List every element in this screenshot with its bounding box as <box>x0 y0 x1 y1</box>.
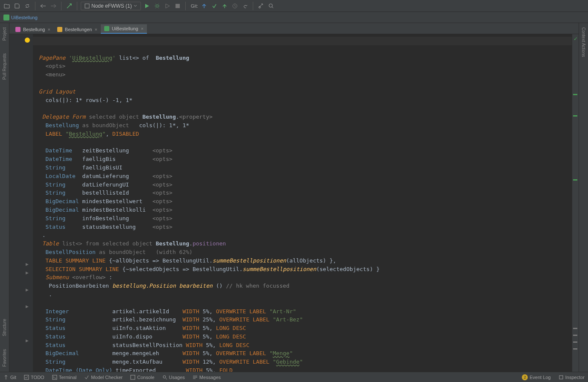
sb-event-log[interactable]: 2Event Log <box>522 374 551 380</box>
tab-icon <box>104 26 109 31</box>
project-tool[interactable]: Project <box>2 27 7 41</box>
editor-tabs: Bestellung × Bestellungen × UiBestellung… <box>9 23 579 34</box>
caret-line-highlight <box>33 37 572 45</box>
tab-icon <box>57 27 62 32</box>
search-icon[interactable] <box>267 2 275 10</box>
build-icon[interactable] <box>65 2 73 10</box>
editor-scrollbar[interactable]: ✓ <box>572 34 579 372</box>
svg-point-9 <box>163 376 166 378</box>
inspection-ok-icon[interactable]: ✓ <box>573 36 578 42</box>
run-icon[interactable] <box>143 2 151 10</box>
minimap-marker[interactable] <box>573 328 577 329</box>
svg-rect-2 <box>176 4 180 8</box>
change-marker[interactable] <box>573 115 577 117</box>
minimap-marker[interactable] <box>573 335 577 336</box>
forward-icon[interactable] <box>49 2 58 10</box>
main-toolbar: Node eFWWS (1) Git: <box>0 0 588 12</box>
tab-label: Bestellungen <box>65 27 92 32</box>
back-icon[interactable] <box>39 2 47 10</box>
close-icon[interactable]: × <box>141 26 143 31</box>
tab-icon <box>15 27 20 32</box>
sb-git[interactable]: Git <box>3 375 16 380</box>
refresh-icon[interactable] <box>23 2 32 10</box>
git-label: Git: <box>191 3 198 9</box>
svg-rect-6 <box>24 375 29 379</box>
code-editor[interactable]: PagePane 'UiBestellung' list<> of Bestel… <box>33 34 572 372</box>
sb-messages[interactable]: Messages <box>193 375 221 380</box>
git-rollback-icon[interactable] <box>241 2 249 10</box>
tab-uibestellung[interactable]: UiBestellung × <box>101 24 147 34</box>
debug-icon[interactable] <box>153 2 161 10</box>
git-history-icon[interactable] <box>231 2 239 10</box>
intention-bulb-icon[interactable] <box>25 38 30 43</box>
structure-tool[interactable]: Structure <box>2 319 7 336</box>
svg-rect-7 <box>53 375 57 379</box>
badge-count: 2 <box>522 374 528 380</box>
editor-area[interactable]: ▶ ▶ ▶ ▶ ▶ PagePane 'UiBestellung' list<>… <box>9 34 579 372</box>
file-type-icon <box>3 15 9 20</box>
svg-rect-8 <box>131 375 135 379</box>
git-pull-icon[interactable] <box>200 2 208 10</box>
git-commit-icon[interactable] <box>210 2 219 10</box>
tab-label: UiBestellung <box>112 26 138 31</box>
close-icon[interactable]: × <box>94 27 97 32</box>
sb-usages[interactable]: Usages <box>162 375 185 380</box>
svg-rect-0 <box>85 4 89 8</box>
save-icon[interactable] <box>13 2 21 10</box>
sb-todo[interactable]: TODO <box>24 375 44 380</box>
context-actions-tool[interactable]: Context Actions <box>581 27 586 57</box>
minimap-marker[interactable] <box>573 341 577 343</box>
sb-terminal[interactable]: Terminal <box>52 375 77 380</box>
change-marker[interactable] <box>573 179 577 181</box>
sb-inspector[interactable]: Inspector <box>559 374 585 380</box>
coverage-icon[interactable] <box>163 2 172 10</box>
minimap-marker[interactable] <box>573 348 577 350</box>
editor-gutter[interactable]: ▶ ▶ ▶ ▶ ▶ <box>9 34 33 372</box>
favorites-tool[interactable]: Favorites <box>2 349 7 367</box>
git-push-icon[interactable] <box>220 2 229 10</box>
tab-label: Bestellung <box>23 27 45 32</box>
change-marker[interactable] <box>573 94 577 95</box>
breadcrumb-file[interactable]: UiBestellung <box>11 15 38 20</box>
run-config-dropdown[interactable]: Node eFWWS (1) <box>81 2 141 10</box>
sb-console[interactable]: Console <box>130 375 154 380</box>
settings-icon[interactable] <box>257 2 265 10</box>
sb-model-checker[interactable]: Model Checker <box>84 375 123 380</box>
tab-bestellungen[interactable]: Bestellungen × <box>54 25 101 34</box>
svg-point-1 <box>156 5 158 7</box>
left-tool-rail: Project Pull Requests Structure Favorite… <box>0 23 9 372</box>
pull-requests-tool[interactable]: Pull Requests <box>2 53 7 80</box>
status-bar: Git TODO Terminal Model Checker Console … <box>0 372 588 382</box>
tab-bestellung[interactable]: Bestellung × <box>12 25 54 34</box>
stop-icon[interactable] <box>173 2 182 10</box>
right-tool-rail: Context Actions <box>579 23 588 372</box>
svg-rect-10 <box>559 376 563 379</box>
run-config-label: Node eFWWS (1) <box>91 3 132 9</box>
close-icon[interactable]: × <box>47 27 50 32</box>
svg-point-5 <box>269 4 272 7</box>
open-icon[interactable] <box>3 2 11 10</box>
editor-column: Bestellung × Bestellungen × UiBestellung… <box>9 23 579 372</box>
breadcrumb: UiBestellung <box>0 12 588 23</box>
